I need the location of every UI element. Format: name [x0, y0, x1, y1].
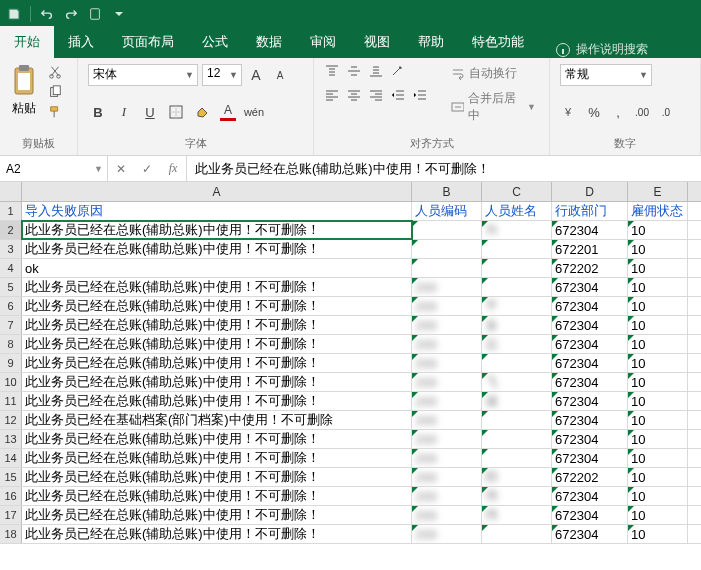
cell[interactable]: 10: [628, 411, 688, 429]
paste-button[interactable]: 粘贴: [10, 64, 38, 117]
cell[interactable]: 诚: [482, 392, 552, 410]
align-top-icon[interactable]: [324, 64, 342, 80]
cell[interactable]: 672304: [552, 354, 628, 372]
cell[interactable]: 此业务员已经在总账(辅助总账)中使用！不可删除！: [22, 221, 412, 239]
touch-mode-icon[interactable]: [87, 6, 103, 22]
cell[interactable]: 行政部门: [552, 202, 628, 220]
cancel-formula-icon[interactable]: ✕: [108, 162, 134, 176]
merge-center-button[interactable]: 合并后居中▼: [448, 89, 539, 125]
align-bottom-icon[interactable]: [368, 64, 386, 80]
cell[interactable]: [482, 259, 552, 277]
enter-formula-icon[interactable]: ✓: [134, 162, 160, 176]
cell[interactable]: [412, 259, 482, 277]
cell[interactable]: 此业务员已经在总账(辅助总账)中使用！不可删除！: [22, 392, 412, 410]
cell[interactable]: 此业务员已经在总账(辅助总账)中使用！不可删除！: [22, 354, 412, 372]
redo-icon[interactable]: [63, 6, 79, 22]
row-header[interactable]: 3: [0, 240, 22, 258]
column-header-A[interactable]: A: [22, 182, 412, 201]
cell[interactable]: 此业务员已经在总账(辅助总账)中使用！不可删除！: [22, 373, 412, 391]
name-box[interactable]: A2▼: [0, 156, 108, 181]
cell[interactable]: 此业务员已经在总账(辅助总账)中使用！不可删除！: [22, 278, 412, 296]
row-header[interactable]: 16: [0, 487, 22, 505]
cell[interactable]: 672304: [552, 430, 628, 448]
column-header-D[interactable]: D: [552, 182, 628, 201]
tab-formulas[interactable]: 公式: [188, 26, 242, 58]
formula-input[interactable]: 此业务员已经在总账(辅助总账)中使用！不可删除！: [187, 156, 701, 181]
cell[interactable]: [482, 449, 552, 467]
decrease-indent-icon[interactable]: [390, 88, 408, 104]
phonetic-button[interactable]: wén: [244, 102, 264, 122]
row-header[interactable]: 9: [0, 354, 22, 372]
cell[interactable]: 200: [412, 525, 482, 543]
copy-icon[interactable]: [46, 84, 64, 100]
cell[interactable]: 200: [412, 335, 482, 353]
qat-more-icon[interactable]: [111, 6, 127, 22]
cell[interactable]: [482, 240, 552, 258]
cell[interactable]: 10: [628, 354, 688, 372]
align-middle-icon[interactable]: [346, 64, 364, 80]
cell[interactable]: 200: [412, 297, 482, 315]
align-left-icon[interactable]: [324, 88, 342, 104]
undo-icon[interactable]: [39, 6, 55, 22]
cell[interactable]: 10: [628, 316, 688, 334]
row-header[interactable]: 17: [0, 506, 22, 524]
cell[interactable]: 10: [628, 259, 688, 277]
row-header[interactable]: 10: [0, 373, 22, 391]
cell[interactable]: 此业务员已经在总账(辅助总账)中使用！不可删除！: [22, 468, 412, 486]
cell[interactable]: 672304: [552, 221, 628, 239]
row-header[interactable]: 13: [0, 430, 22, 448]
cell[interactable]: 平: [482, 297, 552, 315]
cell[interactable]: 此业务员已经在总账(辅助总账)中使用！不可删除！: [22, 335, 412, 353]
row-header[interactable]: 2: [0, 221, 22, 239]
bold-button[interactable]: B: [88, 102, 108, 122]
cell[interactable]: [482, 278, 552, 296]
cell[interactable]: 672304: [552, 449, 628, 467]
row-header[interactable]: 1: [0, 202, 22, 220]
font-size-select[interactable]: 12▼: [202, 64, 242, 86]
cell[interactable]: ok: [22, 259, 412, 277]
percent-icon[interactable]: %: [584, 102, 604, 122]
cell[interactable]: 672304: [552, 373, 628, 391]
cell[interactable]: 672304: [552, 335, 628, 353]
cell[interactable]: 200: [412, 316, 482, 334]
cell[interactable]: 672304: [552, 316, 628, 334]
tab-data[interactable]: 数据: [242, 26, 296, 58]
cell[interactable]: [482, 411, 552, 429]
tell-me-search[interactable]: 操作说明搜索: [546, 41, 658, 58]
cell[interactable]: [482, 354, 552, 372]
cell[interactable]: 人员姓名: [482, 202, 552, 220]
cell[interactable]: 200: [412, 468, 482, 486]
cell[interactable]: 人员编码: [412, 202, 482, 220]
cell[interactable]: 兴: [482, 221, 552, 239]
cell[interactable]: 200: [412, 392, 482, 410]
cell[interactable]: 阳: [482, 468, 552, 486]
row-header[interactable]: 14: [0, 449, 22, 467]
cell[interactable]: 10: [628, 373, 688, 391]
cell[interactable]: 10: [628, 335, 688, 353]
font-color-button[interactable]: A: [218, 102, 238, 122]
cell[interactable]: 10: [628, 449, 688, 467]
increase-indent-icon[interactable]: [412, 88, 430, 104]
cell[interactable]: 200: [412, 373, 482, 391]
cell[interactable]: 导入失败原因: [22, 202, 412, 220]
cell[interactable]: 10: [628, 468, 688, 486]
number-format-select[interactable]: 常规▼: [560, 64, 652, 86]
cell[interactable]: 672304: [552, 525, 628, 543]
cell[interactable]: 此业务员已经在总账(辅助总账)中使用！不可删除！: [22, 449, 412, 467]
cell[interactable]: 此业务员已经在基础档案(部门档案)中使用！不可删除: [22, 411, 412, 429]
row-header[interactable]: 8: [0, 335, 22, 353]
cell[interactable]: 10: [628, 525, 688, 543]
cell[interactable]: 此业务员已经在总账(辅助总账)中使用！不可删除！: [22, 506, 412, 524]
currency-icon[interactable]: ¥: [560, 102, 580, 122]
comma-icon[interactable]: ,: [608, 102, 628, 122]
row-header[interactable]: 12: [0, 411, 22, 429]
cell[interactable]: 此业务员已经在总账(辅助总账)中使用！不可删除！: [22, 525, 412, 543]
cell[interactable]: 10: [628, 430, 688, 448]
cell[interactable]: 10: [628, 506, 688, 524]
cell[interactable]: [482, 525, 552, 543]
column-header-B[interactable]: B: [412, 182, 482, 201]
cell[interactable]: 此业务员已经在总账(辅助总账)中使用！不可删除！: [22, 240, 412, 258]
cell[interactable]: 10: [628, 297, 688, 315]
cell[interactable]: 672202: [552, 468, 628, 486]
cell[interactable]: 伟: [482, 506, 552, 524]
